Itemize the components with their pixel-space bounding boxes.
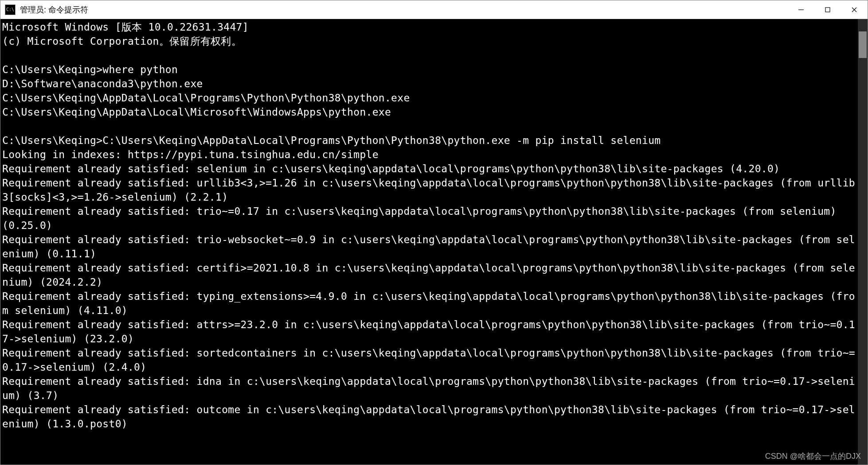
terminal-output[interactable]: Microsoft Windows [版本 10.0.22631.3447] (… [0, 19, 858, 465]
scrollbar[interactable] [858, 19, 868, 465]
command-prompt-window: C:\ 管理员: 命令提示符 Microsoft Windows [版本 10.… [0, 0, 868, 465]
minimize-icon [798, 7, 804, 13]
maximize-icon [825, 7, 831, 13]
titlebar[interactable]: C:\ 管理员: 命令提示符 [0, 0, 868, 19]
watermark: CSDN @啥都会一点的DJX [765, 451, 861, 461]
minimize-button[interactable] [788, 0, 814, 19]
close-button[interactable] [841, 0, 868, 19]
close-icon [851, 7, 857, 13]
scrollbar-thumb[interactable] [859, 31, 867, 58]
svg-rect-1 [825, 8, 830, 12]
app-icon: C:\ [5, 4, 16, 15]
maximize-button[interactable] [814, 0, 841, 19]
terminal-wrapper: Microsoft Windows [版本 10.0.22631.3447] (… [0, 19, 868, 465]
window-controls [788, 0, 868, 19]
window-title: 管理员: 命令提示符 [20, 4, 788, 15]
